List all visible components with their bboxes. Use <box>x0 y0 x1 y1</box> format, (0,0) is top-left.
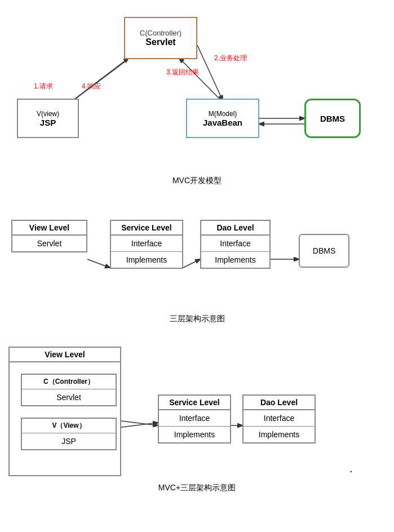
svg-line-3 <box>179 58 221 100</box>
diagram1-caption: MVC开发模型 <box>0 176 394 186</box>
service-interface: Interface <box>111 236 182 252</box>
service-level-label: Service Level <box>111 221 182 236</box>
dbms-label-2: DBMS <box>313 246 335 255</box>
svg-line-0 <box>68 58 129 104</box>
view-main: JSP <box>40 118 56 127</box>
model-label: M(Model) <box>209 110 237 118</box>
label-req: 1.请求 <box>34 82 53 91</box>
mvc-viewinner-box: V（View） JSP <box>21 418 117 450</box>
mvc-view-main: JSP <box>22 433 116 449</box>
view-level-box: View Level Servlet <box>11 220 87 252</box>
dbms-box-1: DBMS <box>304 99 361 138</box>
label-ret: 3.返回结果 <box>166 68 199 77</box>
mvc-service-box: Service Level Interface Implements <box>158 394 231 444</box>
svg-line-6 <box>87 259 110 268</box>
mvc-diagram: 1.请求 4.响应 3.返回结果 2.业务处理 C(Controller) Se… <box>0 0 394 192</box>
controller-main: Servlet <box>145 37 175 47</box>
mvc-threelayer-diagram: View Level C（Controller） Servlet V（View）… <box>0 338 394 496</box>
label-resp: 4.响应 <box>82 82 101 91</box>
view-level-servlet: Servlet <box>12 236 86 251</box>
diagram3-caption: MVC+三层架构示意图 <box>0 483 394 493</box>
view-label: V(view) <box>37 110 59 118</box>
dao-implements: Implements <box>201 252 269 268</box>
model-main: JavaBean <box>203 118 242 127</box>
dbms-label-1: DBMS <box>320 114 345 123</box>
controller-box: C(Controller) Servlet <box>124 17 197 59</box>
service-implements: Implements <box>111 252 182 268</box>
model-box: M(Model) JavaBean <box>186 99 259 138</box>
mvc-view-level-label: View Level <box>10 348 120 362</box>
mvc-service-label: Service Level <box>159 396 230 410</box>
dao-level-label: Dao Level <box>201 221 269 236</box>
mvc-view-label: V（View） <box>22 419 116 433</box>
label-biz: 2.业务处理 <box>214 54 247 63</box>
mvc-dao-implements: Implements <box>244 427 315 442</box>
view-level-label: View Level <box>12 221 86 236</box>
mvc-service-implements: Implements <box>159 427 230 442</box>
mvc-controller-box: C（Controller） Servlet <box>21 374 117 406</box>
svg-line-7 <box>183 259 200 268</box>
mvc-controller-main: Servlet <box>22 389 116 405</box>
mvc-service-interface: Interface <box>159 410 230 427</box>
mvc-dao-label: Dao Level <box>244 396 315 410</box>
service-level-box: Service Level Interface Implements <box>110 220 183 269</box>
mvc-dao-box: Dao Level Interface Implements <box>242 394 316 444</box>
view-box: V(view) JSP <box>17 99 79 138</box>
dao-level-box: Dao Level Interface Implements <box>200 220 271 269</box>
mvc-view-level-box: View Level C（Controller） Servlet V（View）… <box>8 347 121 476</box>
diagram2-caption: 三层架构示意图 <box>0 314 394 324</box>
mvc-dao-interface: Interface <box>244 410 315 427</box>
dbms-box-2: DBMS <box>299 234 349 268</box>
decoration-dot: . <box>349 462 353 475</box>
mvc-controller-label: C（Controller） <box>22 375 116 389</box>
threelayer-diagram: View Level Servlet Service Level Interfa… <box>0 203 394 327</box>
dao-interface: Interface <box>201 236 269 252</box>
controller-label: C(Controller) <box>140 29 181 37</box>
